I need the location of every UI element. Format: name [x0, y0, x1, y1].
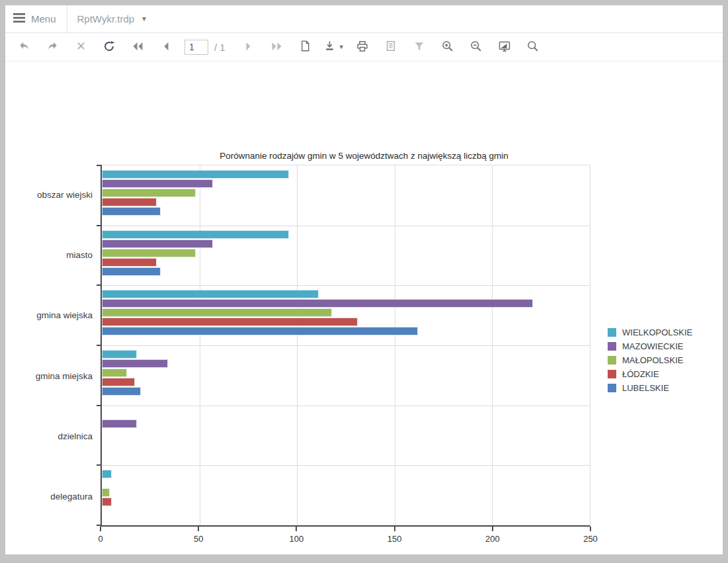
bar-slot: [102, 429, 590, 437]
y-axis-category-labels: obszar wiejskimiastogmina wiejskagmina m…: [5, 165, 93, 527]
bar-slot: [102, 470, 590, 478]
legend-label: MAŁOPOLSKIE: [622, 355, 683, 365]
page-number-input[interactable]: [184, 40, 208, 55]
fit-page-button[interactable]: [495, 37, 514, 57]
bar: [102, 308, 332, 317]
bar: [102, 350, 137, 359]
first-page-button[interactable]: [128, 37, 147, 57]
bar-slot: [102, 438, 590, 447]
legend-swatch: [608, 328, 616, 337]
bar-slot: [102, 290, 590, 298]
x-axis-tick: [590, 527, 591, 531]
bar: [102, 198, 157, 206]
category-label: gmina miejska: [5, 345, 93, 406]
bar: [102, 359, 168, 368]
filter-funnel-icon: [413, 40, 425, 54]
bar: [102, 470, 112, 478]
hamburger-icon: [13, 13, 25, 24]
monitor-fit-icon: [498, 40, 511, 55]
next-page-button[interactable]: [239, 37, 259, 57]
legend-label: WIELKOPOLSKIE: [622, 327, 692, 337]
undo-arrow-icon: [18, 40, 30, 54]
refresh-icon: [102, 40, 116, 55]
zoom-out-button[interactable]: [466, 37, 486, 57]
toolbar: / 1 ▼: [5, 33, 723, 62]
y-axis-tick: [97, 225, 102, 226]
x-axis-tick: [394, 527, 395, 531]
bar-slot: [102, 267, 590, 276]
document-lines-icon: [385, 40, 397, 54]
search-button[interactable]: [523, 37, 543, 57]
legend-label: ŁÓDZKIE: [622, 369, 659, 379]
legend-item: WIELKOPOLSKIE: [608, 325, 692, 339]
legend-swatch: [608, 342, 616, 351]
legend-swatch: [608, 384, 616, 392]
bar-slot: [102, 189, 590, 197]
chevron-down-icon: ▼: [141, 15, 147, 22]
single-page-view-button[interactable]: [296, 37, 315, 57]
zoom-in-icon: [441, 40, 454, 55]
bar: [102, 488, 110, 497]
bar: [102, 170, 289, 179]
bar: [102, 207, 161, 216]
bar: [102, 290, 319, 298]
bar-slot: [102, 488, 590, 497]
bar: [102, 419, 137, 428]
x-axis-tick-label: 100: [290, 534, 304, 544]
previous-page-button[interactable]: [156, 37, 176, 57]
chart-legend: WIELKOPOLSKIEMAZOWIECKIEMAŁOPOLSKIEŁÓDZK…: [608, 325, 692, 395]
download-icon: [323, 40, 336, 54]
printer-icon: [356, 40, 369, 55]
cancel-button[interactable]: [71, 37, 91, 57]
bar-slot: [102, 419, 590, 428]
bar: [102, 189, 196, 197]
bar-slot: [102, 410, 590, 419]
history-back-button[interactable]: [14, 37, 34, 57]
document-name: RptWykr.trdp: [77, 13, 135, 24]
zoom-in-button[interactable]: [438, 37, 458, 57]
bar-slot: [102, 239, 590, 248]
last-page-button[interactable]: [267, 37, 287, 57]
export-dropdown-caret-icon: ▼: [339, 44, 344, 50]
redo-arrow-icon: [46, 40, 59, 54]
y-axis-tick: [97, 345, 102, 346]
refresh-button[interactable]: [99, 37, 119, 57]
history-forward-button[interactable]: [42, 37, 62, 57]
bar: [102, 249, 196, 257]
legend-item: LUBELSKIE: [608, 381, 692, 395]
export-button[interactable]: ▼: [324, 37, 344, 57]
bar: [102, 179, 213, 188]
x-axis-tick: [100, 527, 101, 531]
report-page: Porównanie rodzajów gmin w 5 województwa…: [5, 63, 723, 554]
bar-group: [102, 226, 590, 286]
first-page-icon: [132, 42, 143, 53]
category-label: miasto: [5, 225, 93, 285]
bar-group: [102, 165, 590, 226]
parameters-filter-button[interactable]: [409, 37, 429, 57]
bar-group: [102, 465, 590, 525]
bar-slot: [102, 387, 590, 396]
x-axis-tick: [296, 527, 297, 531]
menubar-divider: [67, 5, 67, 33]
category-label: dzielnica: [5, 406, 93, 466]
bar: [102, 368, 127, 377]
bar-slot: [102, 479, 590, 488]
page-setup-button[interactable]: [381, 37, 401, 57]
y-axis-tick: [97, 464, 102, 466]
bar-slot: [102, 170, 590, 179]
legend-item: MAZOWIECKIE: [608, 339, 692, 353]
x-axis-tick: [492, 527, 493, 531]
menu-button[interactable]: Menu: [5, 5, 67, 33]
bar: [102, 318, 358, 326]
y-axis-tick: [97, 525, 102, 526]
bar-slot: [102, 308, 590, 317]
bar: [102, 239, 213, 248]
x-axis-tick-label: 150: [387, 534, 402, 544]
print-button[interactable]: [352, 37, 372, 57]
bar-slot: [102, 447, 590, 456]
next-page-icon: [245, 42, 253, 53]
chart-plot-area: [101, 165, 590, 527]
document-selector[interactable]: RptWykr.trdp ▼: [77, 13, 147, 24]
legend-label: MAZOWIECKIE: [622, 341, 683, 351]
bar-slot: [102, 318, 590, 326]
